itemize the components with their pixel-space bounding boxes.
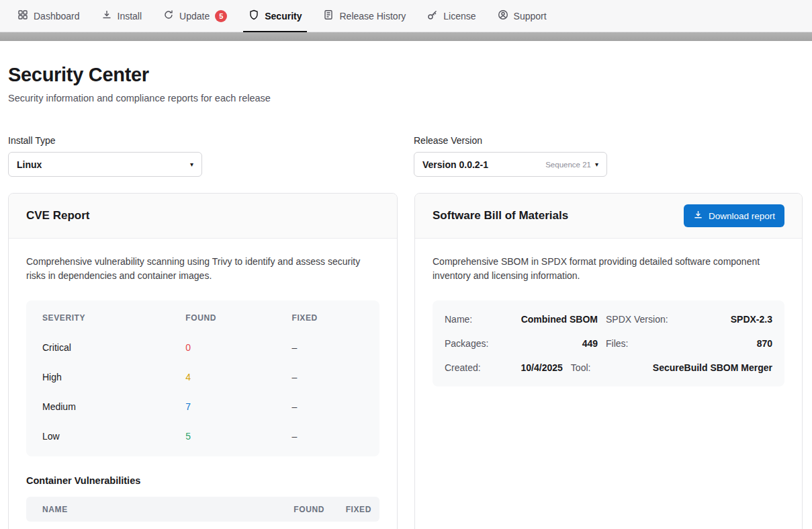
sbom-info-grid: Name: Combined SBOM SPDX Version: SPDX-2… bbox=[433, 300, 784, 386]
tab-label: Release History bbox=[339, 11, 406, 22]
info-value: 870 bbox=[688, 338, 772, 349]
sbom-info-row: Created: 10/4/2025 Tool: SecureBuild SBO… bbox=[445, 356, 772, 380]
tab-release-history[interactable]: Release History bbox=[312, 0, 416, 32]
chevron-down-icon: ▾ bbox=[595, 161, 598, 168]
table-row: Low 5 – bbox=[26, 421, 379, 451]
sbom-card-title: Software Bill of Materials bbox=[433, 209, 568, 222]
gray-divider-bar bbox=[0, 32, 812, 41]
release-version-select[interactable]: Version 0.0.2-1 Sequence 21 ▾ bbox=[414, 152, 607, 177]
cve-severity-table: SEVERITY FOUND FIXED Critical 0 – High 4… bbox=[26, 300, 379, 456]
severity-label: Critical bbox=[42, 342, 185, 353]
found-count: 7 bbox=[185, 401, 291, 412]
fixed-count: – bbox=[291, 401, 379, 412]
download-button-label: Download report bbox=[709, 211, 775, 221]
cards-row: CVE Report Comprehensive vulnerability s… bbox=[8, 193, 803, 529]
col-name: NAME bbox=[42, 505, 264, 514]
info-label: Name: bbox=[445, 314, 505, 325]
shield-icon bbox=[249, 9, 259, 22]
info-label: Files: bbox=[606, 338, 680, 349]
cve-table-header: SEVERITY FOUND FIXED bbox=[26, 303, 379, 333]
severity-label: Low bbox=[42, 431, 185, 442]
support-person-icon bbox=[498, 9, 508, 22]
sbom-card-body: Comprehensive SBOM in SPDX format provid… bbox=[415, 239, 802, 403]
top-navigation: Dashboard Install Update 5 Security Rele… bbox=[0, 0, 812, 32]
severity-label: Medium bbox=[42, 401, 185, 412]
tab-label: Update bbox=[179, 11, 210, 22]
tab-update[interactable]: Update 5 bbox=[152, 0, 238, 32]
install-type-label: Install Type bbox=[8, 135, 397, 146]
page-subtitle: Security information and compliance repo… bbox=[8, 93, 803, 104]
severity-label: High bbox=[42, 372, 185, 382]
info-value: SPDX-2.3 bbox=[688, 314, 772, 325]
info-value: SecureBuild SBOM Merger bbox=[653, 362, 772, 373]
cve-card-header: CVE Report bbox=[9, 194, 397, 239]
key-icon bbox=[427, 9, 438, 22]
fixed-count: – bbox=[291, 431, 379, 442]
info-label: Packages: bbox=[445, 338, 505, 349]
cve-description: Comprehensive vulnerability scanning usi… bbox=[26, 255, 375, 283]
info-label: Tool: bbox=[571, 362, 645, 373]
tab-label: Install bbox=[118, 11, 142, 22]
fixed-count: – bbox=[291, 372, 379, 382]
sbom-card-header: Software Bill of Materials Download repo… bbox=[415, 194, 802, 239]
tab-security[interactable]: Security bbox=[238, 0, 312, 32]
table-row: Critical 0 – bbox=[26, 333, 379, 362]
tab-label: Security bbox=[265, 11, 302, 22]
info-value: 449 bbox=[513, 338, 598, 349]
col-fixed: FIXED bbox=[291, 313, 379, 323]
download-icon bbox=[101, 9, 112, 22]
tab-label: Dashboard bbox=[34, 11, 80, 22]
release-version-value: Version 0.0.2-1 bbox=[422, 159, 488, 170]
fixed-count: – bbox=[291, 342, 379, 353]
sbom-description: Comprehensive SBOM in SPDX format provid… bbox=[433, 255, 782, 283]
dashboard-icon bbox=[17, 9, 28, 22]
tab-label: Support bbox=[514, 11, 547, 22]
found-count: 5 bbox=[185, 431, 291, 442]
sbom-info-row: Name: Combined SBOM SPDX Version: SPDX-2… bbox=[445, 307, 772, 331]
install-type-value: Linux bbox=[17, 159, 42, 170]
found-count: 0 bbox=[185, 342, 291, 353]
page-title: Security Center bbox=[8, 64, 803, 86]
tab-support[interactable]: Support bbox=[487, 0, 557, 32]
tab-install[interactable]: Install bbox=[91, 0, 153, 32]
chevron-down-icon: ▾ bbox=[190, 161, 193, 168]
refresh-icon bbox=[163, 9, 174, 22]
tab-dashboard[interactable]: Dashboard bbox=[7, 0, 91, 32]
info-label: SPDX Version: bbox=[606, 314, 680, 325]
info-label: Created: bbox=[445, 362, 505, 373]
col-found: FOUND bbox=[185, 313, 291, 323]
col-severity: SEVERITY bbox=[42, 313, 185, 323]
update-count-badge: 5 bbox=[215, 10, 227, 22]
sbom-info-row: Packages: 449 Files: 870 bbox=[445, 331, 772, 356]
table-row: High 4 – bbox=[26, 362, 379, 392]
col-fixed: FIXED bbox=[324, 505, 371, 514]
tab-label: License bbox=[443, 11, 476, 22]
cve-report-card: CVE Report Comprehensive vulnerability s… bbox=[8, 193, 398, 529]
table-row: Medium 7 – bbox=[26, 392, 379, 421]
download-icon bbox=[693, 210, 703, 222]
cve-card-body: Comprehensive vulnerability scanning usi… bbox=[9, 239, 397, 529]
document-icon bbox=[323, 9, 334, 22]
info-value: Combined SBOM bbox=[513, 314, 598, 325]
sequence-hint: Sequence 21 bbox=[545, 161, 591, 169]
install-type-select[interactable]: Linux ▾ bbox=[8, 152, 202, 177]
release-version-filter: Release Version Version 0.0.2-1 Sequence… bbox=[414, 135, 803, 177]
found-count: 4 bbox=[185, 372, 291, 382]
col-found: FOUND bbox=[264, 505, 324, 514]
cve-card-title: CVE Report bbox=[26, 209, 89, 222]
container-vulnerabilities-title: Container Vulnerabilities bbox=[26, 475, 379, 486]
tab-license[interactable]: License bbox=[416, 0, 486, 32]
container-vulnerabilities-header: NAME FOUND FIXED bbox=[26, 497, 379, 522]
sbom-card: Software Bill of Materials Download repo… bbox=[414, 193, 803, 529]
release-version-label: Release Version bbox=[414, 135, 803, 146]
main-content: Security Center Security information and… bbox=[0, 41, 812, 529]
info-value: 10/4/2025 bbox=[513, 362, 563, 373]
filters-row: Install Type Linux ▾ Release Version Ver… bbox=[8, 135, 803, 177]
install-type-filter: Install Type Linux ▾ bbox=[8, 135, 397, 177]
download-report-button[interactable]: Download report bbox=[684, 204, 784, 227]
